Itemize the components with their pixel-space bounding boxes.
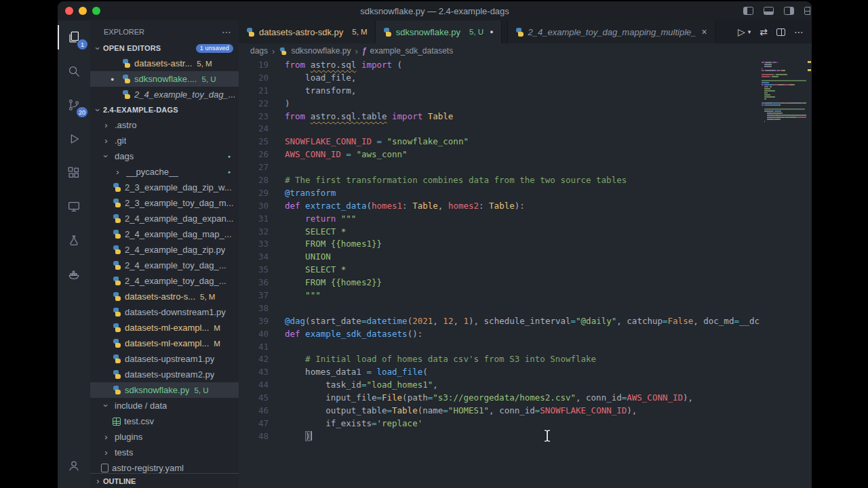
folder-item[interactable]: ›.git xyxy=(90,133,239,148)
line-number: 41 xyxy=(239,341,269,354)
file-item[interactable]: datasets-downstream1.py xyxy=(90,304,239,320)
file-label: 2_4_example_dag_zip.py xyxy=(125,245,225,255)
settings-icon[interactable] xyxy=(58,483,90,488)
overview-ruler[interactable] xyxy=(806,58,812,488)
line-number: 47 xyxy=(239,418,269,430)
python-file-icon xyxy=(113,214,121,223)
code-line[interactable]: 32 SELECT * xyxy=(239,226,760,239)
line-number: 43 xyxy=(239,366,269,379)
code-line[interactable]: 47 if_exists='replace' xyxy=(239,418,760,430)
file-item[interactable]: datasets-astro-s...5, M xyxy=(90,289,239,304)
file-item[interactable]: 2_4_example_dag_map_... xyxy=(90,226,239,242)
minimize-window-button[interactable] xyxy=(79,7,87,15)
code-line[interactable]: 26AWS_CONN_ID = "aws_conn" xyxy=(239,148,760,161)
code-line[interactable]: 25SNOWFLAKE_CONN_ID = "snowflake_conn" xyxy=(239,136,760,148)
folder-item[interactable]: ›include / data xyxy=(90,398,239,413)
code-line[interactable]: 21 transform, xyxy=(239,85,760,98)
folder-item[interactable]: ›.astro xyxy=(90,117,239,133)
split-editor-icon[interactable] xyxy=(776,28,785,36)
folder-item[interactable]: ›plugins xyxy=(90,429,239,445)
code-line[interactable]: 43 homes_data1 = load_file( xyxy=(239,366,760,379)
search-icon[interactable] xyxy=(58,54,90,88)
file-item[interactable]: 2_3_example_toy_dag_m... xyxy=(90,195,239,211)
run-debug-icon[interactable] xyxy=(58,122,90,156)
code-line[interactable]: 45 input_file=File(path="s3://georgedata… xyxy=(239,392,760,405)
code-line[interactable]: 39@dag(start_date=datetime(2021, 12, 1),… xyxy=(239,315,760,328)
open-editor-item[interactable]: ●sdksnowflake....5, U xyxy=(90,71,239,87)
source-control-icon[interactable]: 20 xyxy=(58,88,90,122)
minimap[interactable] xyxy=(762,62,806,123)
code-line[interactable]: 23from astro.sql.table import Table xyxy=(239,110,760,123)
docker-icon[interactable] xyxy=(58,258,90,291)
breadcrumb-item[interactable]: dags xyxy=(250,46,268,56)
close-icon[interactable]: × xyxy=(701,26,707,37)
line-content: if_exists='replace' xyxy=(269,418,422,430)
close-window-button[interactable] xyxy=(65,7,73,15)
run-python-file-icon[interactable]: ▷ xyxy=(738,26,745,37)
code-line[interactable]: 41 xyxy=(239,341,760,354)
file-item[interactable]: sdksnowflake.py5, U xyxy=(90,382,239,398)
code-line[interactable]: 24 xyxy=(239,123,760,136)
file-item[interactable]: 2_4_example_toy_dag_... xyxy=(90,273,239,289)
run-dropdown-icon[interactable]: ▾ xyxy=(748,28,751,35)
extensions-icon[interactable] xyxy=(58,156,90,190)
file-item[interactable]: 2_4_example_toy_dag_... xyxy=(90,258,239,273)
code-line[interactable]: 31 return """ xyxy=(239,213,760,226)
toggle-panel-icon[interactable] xyxy=(764,7,774,15)
code-line[interactable]: 36 FROM {{homes2}} xyxy=(239,277,760,289)
code-line[interactable]: 48 ) xyxy=(239,430,760,443)
code-area[interactable]: 19from astro.sql import (20 load_file,21… xyxy=(239,58,812,488)
breadcrumb-item[interactable]: sdksnowflake.py xyxy=(279,46,351,56)
outline-section-header[interactable]: › OUTLINE xyxy=(90,473,239,488)
folder-item[interactable]: ›dags● xyxy=(90,148,239,164)
code-line[interactable]: 34 UNION xyxy=(239,251,760,264)
editor-tab[interactable]: sdksnowflake.py5, U● xyxy=(376,20,502,43)
file-item[interactable]: datasets-ml-exampl...M xyxy=(90,336,239,351)
code-line[interactable]: 40def example_sdk_datasets(): xyxy=(239,328,760,341)
customize-layout-icon[interactable] xyxy=(804,7,810,15)
open-editor-item[interactable]: datasets-astr...5, M xyxy=(90,56,239,71)
code-line[interactable]: 42 # Initial load of homes data csv's fr… xyxy=(239,353,760,366)
views-and-more-actions-icon[interactable]: ⋯ xyxy=(222,26,232,37)
file-item[interactable]: 2_4_example_dag_expan... xyxy=(90,211,239,226)
folder-item[interactable]: ›tests xyxy=(90,445,239,460)
line-content xyxy=(269,123,285,136)
more-actions-icon[interactable]: ⋯ xyxy=(794,26,804,37)
code-line[interactable]: 44 task_id="load_homes1", xyxy=(239,379,760,392)
account-icon[interactable] xyxy=(58,449,90,483)
code-line[interactable]: 28# The first transformation combines da… xyxy=(239,174,760,187)
code-line[interactable]: 29@transform xyxy=(239,187,760,200)
open-editors-header[interactable]: › OPEN EDITORS 1 unsaved xyxy=(90,41,239,56)
folder-item[interactable]: ›__pycache__● xyxy=(90,164,239,180)
explorer-icon[interactable]: 1 xyxy=(58,20,90,54)
editor-tab[interactable]: 2_4_example_toy_dag_mapping_multiple_× xyxy=(507,20,715,43)
code-line[interactable]: 19from astro.sql import ( xyxy=(239,59,760,72)
code-line[interactable]: 46 output_table=Table(name="HOMES1", con… xyxy=(239,405,760,418)
code-line[interactable]: 22) xyxy=(239,98,760,110)
open-editor-item[interactable]: 2_4_example_toy_dag_... xyxy=(90,87,239,102)
code-line[interactable]: 33 FROM {{homes1}} xyxy=(239,238,760,251)
file-item[interactable]: datasets-ml-exampl...M xyxy=(90,320,239,336)
titlebar[interactable]: sdksnowflake.py — 2.4-example-dags xyxy=(58,1,812,20)
open-changes-icon[interactable]: ⇄ xyxy=(760,26,768,37)
code-line[interactable]: 20 load_file, xyxy=(239,72,760,85)
testing-icon[interactable] xyxy=(58,224,90,258)
breadcrumb-item[interactable]: ƒexample_sdk_datasets xyxy=(362,46,453,56)
remote-explorer-icon[interactable] xyxy=(58,190,90,224)
project-folder-header[interactable]: › 2.4-EXAMPLE-DAGS xyxy=(90,102,239,117)
file-item[interactable]: test.csv xyxy=(90,413,239,429)
code-line[interactable]: 27 xyxy=(239,161,760,174)
zoom-window-button[interactable] xyxy=(92,7,100,15)
file-item[interactable]: datasets-upstream2.py xyxy=(90,367,239,382)
code-line[interactable]: 35 SELECT * xyxy=(239,264,760,277)
file-item[interactable]: 2_4_example_dag_zip.py xyxy=(90,242,239,258)
file-item[interactable]: 2_3_example_dag_zip_w... xyxy=(90,180,239,195)
editor-tab[interactable]: datasets-astro-sdk.py5, M xyxy=(239,20,376,43)
file-item[interactable]: datasets-upstream1.py xyxy=(90,351,239,367)
toggle-primary-sidebar-icon[interactable] xyxy=(743,7,753,15)
tab-label: datasets-astro-sdk.py xyxy=(259,27,343,37)
code-line[interactable]: 38 xyxy=(239,302,760,315)
code-line[interactable]: 37 """ xyxy=(239,289,760,302)
code-line[interactable]: 30def extract_data(homes1: Table, homes2… xyxy=(239,200,760,213)
toggle-secondary-sidebar-icon[interactable] xyxy=(784,7,794,15)
